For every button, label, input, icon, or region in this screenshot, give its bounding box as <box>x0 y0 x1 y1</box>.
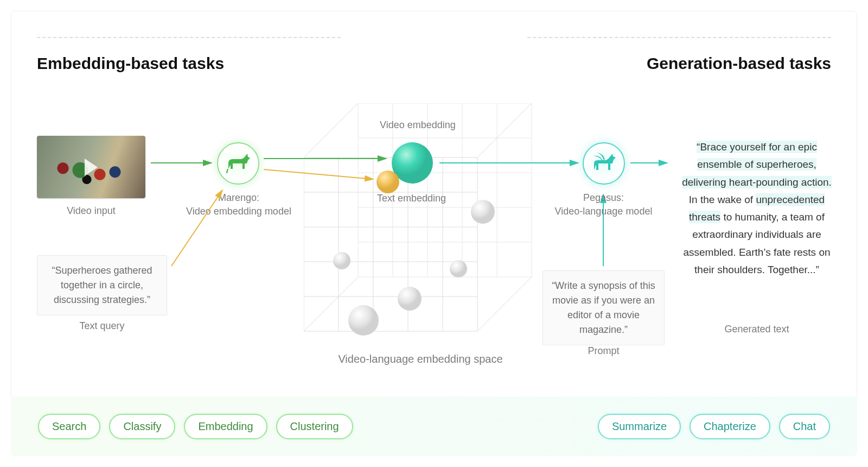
marengo-caption: Marengo: Video embedding model <box>182 191 296 218</box>
text-query-caption: Text query <box>37 320 167 332</box>
embedding-cube-icon <box>304 103 537 337</box>
video-input-caption: Video input <box>37 205 145 217</box>
prompt-box: “Write a synopsis of this movie as if yo… <box>542 270 665 345</box>
heading-generation-tasks: Generation-based tasks <box>647 54 831 73</box>
svg-point-22 <box>471 200 495 224</box>
embedding-space: Video embedding Text embedding <box>304 103 537 337</box>
pills-left-group: SearchClassifyEmbeddingClustering <box>38 414 353 439</box>
svg-point-26 <box>348 305 379 336</box>
pegasus-icon <box>590 152 618 175</box>
text-embedding-sphere <box>376 171 399 193</box>
svg-point-24 <box>450 260 467 277</box>
text-embedding-label: Text embedding <box>377 193 446 204</box>
divider-left <box>37 37 341 38</box>
video-input-thumbnail <box>37 136 145 198</box>
pegasus-label-2: Video-language model <box>555 206 653 217</box>
pills-right-group: SummarizeChapterizeChat <box>598 414 830 439</box>
divider-right <box>527 37 831 38</box>
play-icon <box>85 159 98 176</box>
generated-text-caption: Generated text <box>678 324 835 335</box>
marengo-label-2: Video embedding model <box>186 206 291 217</box>
video-embedding-label: Video embedding <box>380 119 456 131</box>
pills-footer: SearchClassifyEmbeddingClustering Summar… <box>11 396 857 456</box>
pill-embedding[interactable]: Embedding <box>184 414 267 439</box>
pill-summarize[interactable]: Summarize <box>598 414 681 439</box>
svg-line-18 <box>304 103 358 157</box>
pegasus-caption: Pegasus: Video-language model <box>545 191 662 218</box>
pegasus-model <box>583 142 625 185</box>
svg-point-23 <box>333 252 350 269</box>
pill-chat[interactable]: Chat <box>779 414 830 439</box>
prompt-caption: Prompt <box>542 345 665 357</box>
pill-chapterize[interactable]: Chapterize <box>690 414 770 439</box>
pill-clustering[interactable]: Clustering <box>276 414 353 439</box>
svg-line-21 <box>477 277 532 331</box>
generated-text-segment: In the wake of <box>689 194 756 205</box>
text-query-box: “Superheroes gathered together in a circ… <box>37 255 167 315</box>
pill-search[interactable]: Search <box>38 414 100 439</box>
generated-text-segment: “Brace yourself for an epic ensemble of … <box>682 141 832 188</box>
generated-text: “Brace yourself for an epic ensemble of … <box>678 138 835 279</box>
horse-icon <box>225 153 251 174</box>
pegasus-label-1: Pegasus: <box>583 192 624 203</box>
marengo-label-1: Marengo: <box>218 192 259 203</box>
embedding-space-caption: Video-language embedding space <box>304 353 537 365</box>
pill-classify[interactable]: Classify <box>109 414 175 439</box>
heading-embedding-tasks: Embedding-based tasks <box>37 54 224 73</box>
svg-point-25 <box>398 287 422 311</box>
marengo-model <box>217 142 259 185</box>
svg-line-19 <box>477 103 532 157</box>
